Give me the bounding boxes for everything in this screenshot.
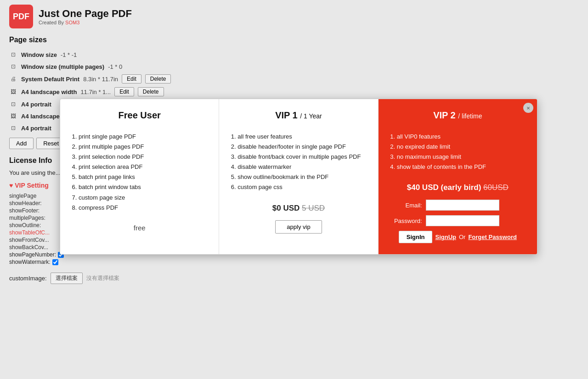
or-text: Or: [459, 234, 465, 240]
page-size-row-2: ⊡ Window size (multiple pages) -1 * 0: [9, 61, 579, 72]
free-feature-7: custom page size: [79, 193, 209, 203]
showwatermark-checkbox[interactable]: [52, 259, 58, 265]
free-feature-3: print selection node PDF: [79, 152, 209, 162]
a4-landscape2-icon: 🖼: [9, 112, 17, 120]
page-size-row-4: 🖼 A4 landscape width 11.7in * 1... Edit …: [9, 85, 579, 98]
edit-a4-button[interactable]: Edit: [114, 87, 134, 96]
delete-system-button[interactable]: Delete: [145, 74, 171, 84]
free-feature-2: print multiple pages PDF: [79, 142, 209, 152]
pricing-modal: × Free User print single page PDF print …: [60, 99, 537, 255]
custom-image-row: customImage: 選擇檔案 沒有選擇檔案: [9, 273, 579, 284]
print-icon: 🖨: [9, 75, 17, 83]
a4-portrait-icon: ⊡: [9, 100, 17, 108]
email-row: Email:: [388, 200, 528, 211]
vip2-feature-2: no expired date limit: [397, 142, 528, 152]
vip1-feature-1: all free user features: [237, 132, 368, 142]
vip1-feature-4: disable watermarker: [237, 162, 368, 172]
vip1-price: $0 USD 5 USD: [228, 204, 368, 213]
vip1-title: VIP 1 / 1 Year: [228, 110, 368, 121]
add-button[interactable]: Add: [9, 138, 34, 149]
apply-vip-button[interactable]: apply vip: [275, 220, 322, 234]
app-header: PDF Just One Page PDF Created By SOM3: [9, 5, 579, 28]
customimage-label: customImage:: [9, 275, 47, 282]
vip2-features: all VIP0 features no expired date limit …: [388, 132, 528, 172]
showwatermark-row: showWatermark:: [9, 259, 579, 265]
email-input[interactable]: [426, 200, 499, 211]
window-size-icon: ⊡: [9, 50, 17, 59]
free-feature-5: batch print page links: [79, 172, 209, 182]
email-label: Email:: [388, 202, 422, 209]
page-size-row-3: 🖨 System Default Print 8.3in * 11.7in Ed…: [9, 72, 579, 85]
vip2-feature-4: show table of contents in the PDF: [397, 162, 528, 172]
page-sizes-title: Page sizes: [9, 36, 579, 44]
window-multiple-icon: ⊡: [9, 62, 17, 71]
signup-link[interactable]: SignUp: [435, 234, 456, 240]
vip2-feature-1: all VIP0 features: [397, 132, 528, 142]
vip2-col: VIP 2 / lifetime all VIP0 features no ex…: [379, 99, 537, 254]
vip1-feature-6: custom page css: [237, 182, 368, 192]
free-feature-1: print single page PDF: [79, 132, 209, 142]
app-logo: PDF: [9, 5, 33, 28]
free-user-title: Free User: [69, 110, 209, 121]
free-feature-8: compress PDF: [79, 203, 209, 213]
edit-system-button[interactable]: Edit: [122, 74, 141, 84]
author-link[interactable]: SOM3: [65, 20, 79, 25]
signin-row: SignIn SignUp Or Forget Password: [388, 231, 528, 243]
vip1-feature-2: disable header/footer in single page PDF: [237, 142, 368, 152]
a4-landscape-icon: 🖼: [9, 88, 17, 96]
vip2-form: Email: Password: SignIn SignUp Or Forget…: [388, 200, 528, 243]
a4-portrait2-icon: ⊡: [9, 124, 17, 132]
vip1-feature-3: disable front/back cover in multiple pag…: [237, 152, 368, 162]
free-price: free: [69, 224, 209, 232]
free-user-features: print single page PDF print multiple pag…: [69, 132, 209, 213]
forget-password-link[interactable]: Forget Password: [468, 234, 516, 240]
password-label: Password:: [388, 217, 422, 224]
background-page: PDF Just One Page PDF Created By SOM3 Pa…: [0, 0, 588, 379]
free-feature-4: print selection area PDF: [79, 162, 209, 172]
vip1-col: VIP 1 / 1 Year all free user features di…: [219, 99, 378, 254]
delete-a4-button[interactable]: Delete: [138, 87, 164, 96]
modal-close-button[interactable]: ×: [523, 103, 533, 113]
page-size-row-1: ⊡ Window size -1 * -1: [9, 49, 579, 61]
vip1-features: all free user features disable header/fo…: [228, 132, 368, 193]
app-subtitle: Created By SOM3: [39, 20, 132, 25]
choose-file-button[interactable]: 選擇檔案: [51, 273, 83, 284]
no-file-text: 沒有選擇檔案: [86, 274, 119, 282]
vip1-feature-5: show outline/bookmark in the PDF: [237, 172, 368, 182]
free-feature-6: batch print window tabs: [79, 182, 209, 192]
vip2-feature-3: no maximum usage limit: [397, 152, 528, 162]
app-title: Just One Page PDF: [39, 8, 132, 20]
free-user-col: Free User print single page PDF print mu…: [60, 99, 219, 254]
password-row: Password:: [388, 215, 528, 226]
app-title-block: Just One Page PDF Created By SOM3: [39, 8, 132, 25]
vip2-title: VIP 2 / lifetime: [388, 110, 528, 121]
password-input[interactable]: [426, 215, 499, 226]
vip2-price: $40 USD (early bird) 60USD: [388, 183, 528, 192]
signin-button[interactable]: SignIn: [399, 231, 433, 243]
